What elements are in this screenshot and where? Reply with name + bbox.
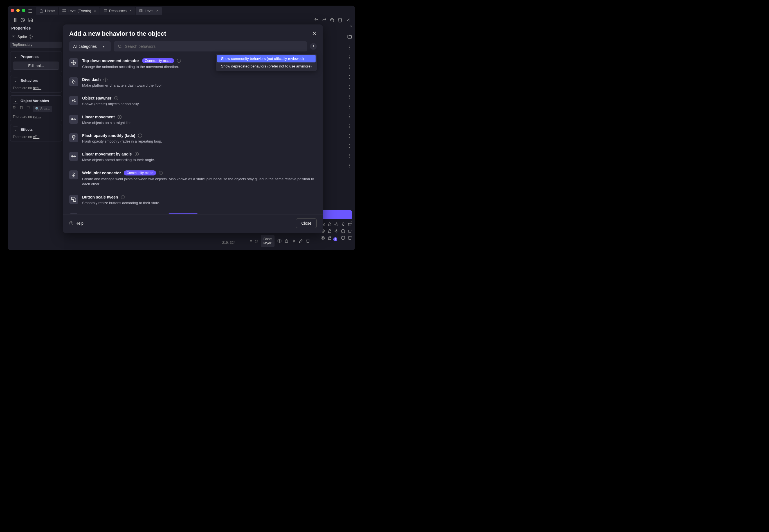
behavior-title: Linear movement bbox=[82, 115, 115, 119]
info-icon[interactable]: i bbox=[114, 96, 118, 100]
info-icon[interactable]: i bbox=[138, 134, 142, 137]
help-link[interactable]: ? Help bbox=[69, 221, 84, 226]
behavior-icon bbox=[69, 115, 78, 124]
modal-title: Add a new behavior to the object bbox=[69, 30, 166, 37]
svg-point-34 bbox=[72, 80, 73, 81]
behavior-item[interactable]: +1Object spawneriSpawn (create) objects … bbox=[69, 93, 317, 112]
behavior-item[interactable]: Button scale tweeniSmoothly resize butto… bbox=[69, 192, 317, 211]
search-field[interactable] bbox=[114, 41, 307, 51]
behavior-title: Top-down movement animator bbox=[82, 58, 139, 63]
window-minimize-button[interactable] bbox=[16, 9, 20, 12]
window-close-button[interactable] bbox=[11, 9, 14, 12]
info-icon[interactable]: i bbox=[177, 59, 181, 63]
add-behavior-modal: Add a new behavior to the object ✕ All c… bbox=[63, 24, 323, 233]
behavior-description: Move objects on a straight line. bbox=[82, 120, 317, 125]
behavior-title: Object spawner bbox=[82, 96, 111, 100]
community-badge: Community-made bbox=[124, 170, 156, 175]
menu-item-show-deprecated[interactable]: Show deprecated behaviors (prefer not to… bbox=[217, 62, 315, 70]
options-menu-button[interactable]: ⋮ bbox=[310, 43, 317, 50]
community-badge: Community-made bbox=[142, 58, 174, 63]
behavior-item[interactable]: Linear movementiMove objects on a straig… bbox=[69, 112, 317, 130]
search-icon bbox=[118, 44, 122, 49]
behavior-description: Create and manage weld joints between tw… bbox=[82, 177, 317, 187]
search-input[interactable] bbox=[125, 44, 303, 49]
svg-point-32 bbox=[118, 45, 121, 48]
behavior-description: Move objects ahead according to their an… bbox=[82, 157, 317, 163]
app-window: ☰ Home Level (Events) × Resources × Leve… bbox=[8, 6, 355, 250]
behavior-description: Flash opacity smoothly (fade) in a repea… bbox=[82, 139, 317, 144]
menu-item-show-community[interactable]: Show community behaviors (not officially… bbox=[217, 55, 315, 62]
behavior-icon: +1 bbox=[69, 96, 78, 105]
behavior-title: Dive dash bbox=[82, 77, 101, 82]
behavior-description: Spawn (create) objects periodically. bbox=[82, 102, 317, 107]
behavior-icon bbox=[69, 170, 78, 179]
info-icon[interactable]: i bbox=[118, 115, 121, 119]
behavior-icon bbox=[69, 152, 78, 161]
svg-point-39 bbox=[73, 173, 75, 174]
behavior-item[interactable]: Weld joint connectorCommunity-madeiCreat… bbox=[69, 168, 317, 192]
category-dropdown[interactable]: All categories ▼ bbox=[69, 41, 111, 51]
options-dropdown-menu: Show community behaviors (not officially… bbox=[216, 54, 317, 71]
info-icon[interactable]: i bbox=[135, 152, 139, 156]
help-label: Help bbox=[75, 221, 84, 226]
behavior-item[interactable]: Dive dashiMake platformer characters das… bbox=[69, 75, 317, 93]
behavior-icon bbox=[69, 77, 78, 86]
close-button[interactable]: Close bbox=[296, 218, 317, 228]
behavior-title: Flash opacity smothly (fade) bbox=[82, 133, 135, 138]
chevron-down-icon: ▼ bbox=[102, 45, 105, 48]
behavior-title: Linear movement by angle bbox=[82, 152, 132, 156]
behavior-list[interactable]: Top-down movement animatorCommunity-made… bbox=[63, 54, 323, 214]
window-maximize-button[interactable] bbox=[22, 9, 25, 12]
dropdown-label: All categories bbox=[73, 44, 97, 49]
behavior-icon bbox=[69, 133, 78, 142]
svg-point-37 bbox=[72, 155, 73, 157]
behavior-icon bbox=[69, 195, 78, 204]
behavior-item[interactable]: Navigation mesh pathfinding (experimenta… bbox=[69, 211, 317, 214]
close-icon[interactable]: ✕ bbox=[312, 30, 317, 37]
svg-point-35 bbox=[72, 118, 73, 120]
help-icon: ? bbox=[69, 221, 73, 225]
info-icon[interactable]: i bbox=[121, 195, 125, 199]
modal-overlay: Add a new behavior to the object ✕ All c… bbox=[8, 6, 355, 250]
svg-line-33 bbox=[121, 47, 121, 48]
behavior-description: Make platformer characters dash toward t… bbox=[82, 83, 317, 88]
behavior-title: Weld joint connector bbox=[82, 171, 121, 175]
window-traffic-lights bbox=[11, 9, 25, 12]
behavior-title: Button scale tween bbox=[82, 195, 118, 199]
behavior-icon bbox=[69, 58, 78, 67]
info-icon[interactable]: i bbox=[159, 171, 163, 175]
behavior-description: Smoothly resize buttons according to the… bbox=[82, 200, 317, 206]
info-icon[interactable]: i bbox=[103, 78, 107, 82]
behavior-item[interactable]: Linear movement by angleiMove objects ah… bbox=[69, 149, 317, 168]
behavior-item[interactable]: Flash opacity smothly (fade)iFlash opaci… bbox=[69, 130, 317, 149]
